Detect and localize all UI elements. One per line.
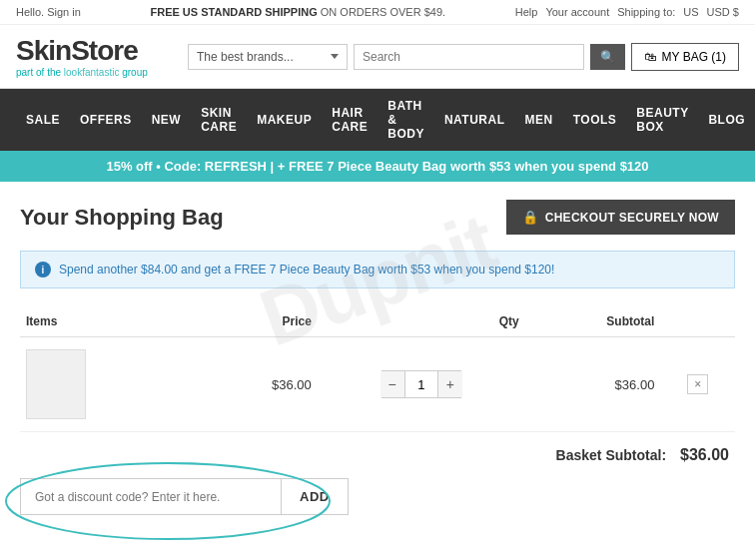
chevron-down-icon — [331, 54, 339, 59]
item-remove-cell: × — [660, 337, 735, 432]
qty-increase-button[interactable]: + — [437, 371, 462, 397]
checkout-top-label: CHECKOUT SECURELY NOW — [545, 211, 719, 225]
discount-input[interactable] — [21, 480, 281, 514]
help-link[interactable]: Help — [515, 6, 538, 18]
signin-link[interactable]: Sign in — [47, 6, 81, 18]
item-image-placeholder — [20, 337, 201, 432]
discount-section: ADD — [20, 478, 349, 515]
nav-tools[interactable]: TOOLS — [563, 103, 627, 137]
subtotal-row: Basket Subtotal: $36.00 — [20, 432, 735, 478]
brand-placeholder: The best brands... — [197, 50, 325, 64]
nav-bath-body[interactable]: BATH & BODY — [378, 89, 434, 151]
item-price: $36.00 — [201, 337, 318, 432]
search-button[interactable]: 🔍 — [590, 44, 625, 70]
top-bar: Hello. Sign in FREE US STANDARD SHIPPING… — [0, 0, 755, 25]
header-search-group: The best brands... 🔍 🛍 MY BAG (1) — [188, 43, 739, 71]
search-wrapper — [354, 44, 584, 70]
header: SkinStore part of the lookfantastic grou… — [0, 25, 755, 89]
info-banner: i Spend another $84.00 and get a FREE 7 … — [20, 251, 735, 288]
col-price: Price — [201, 306, 318, 337]
col-items: Items — [20, 306, 201, 337]
bag-button[interactable]: 🛍 MY BAG (1) — [631, 43, 739, 71]
nav-makeup[interactable]: MAKEUP — [247, 103, 322, 137]
account-link[interactable]: Your account — [545, 6, 609, 18]
shipping-banner: FREE US STANDARD SHIPPING ON ORDERS OVER… — [81, 6, 515, 18]
qty-decrease-button[interactable]: − — [380, 371, 405, 397]
qty-control: − + — [381, 370, 461, 398]
nav-blog[interactable]: BLOG — [698, 103, 755, 137]
nav-offers[interactable]: OFFERS — [70, 103, 142, 137]
nav-beauty-box[interactable]: BEAUTY BOX — [626, 96, 698, 144]
discount-section-wrapper: ADD — [20, 478, 349, 535]
nav-new[interactable]: NEW — [142, 103, 192, 137]
info-msg: Spend another $84.00 and get a FREE 7 Pi… — [59, 263, 554, 277]
country-label: US — [683, 6, 698, 18]
item-qty-cell: − + — [318, 337, 525, 432]
col-subtotal: Subtotal — [525, 306, 661, 337]
bag-icon: 🛍 — [644, 50, 656, 64]
promo-banner: 15% off • Code: REFRESH | + FREE 7 Piece… — [0, 151, 755, 182]
qty-input[interactable] — [405, 377, 437, 392]
topbar-left: Hello. Sign in — [16, 6, 81, 18]
col-qty: Qty — [318, 306, 525, 337]
shipping-to-label: Shipping to: — [617, 6, 675, 18]
cart-table: Items Price Qty Subtotal $36.00 − + — [20, 306, 735, 432]
currency-label: USD $ — [707, 6, 739, 18]
main-content: Your Shopping Bag 🔒 CHECKOUT SECURELY NO… — [0, 182, 755, 560]
discount-add-button[interactable]: ADD — [281, 479, 348, 514]
promo-text: 15% off • Code: REFRESH | + FREE 7 Piece… — [106, 159, 648, 174]
page-header-row: Your Shopping Bag 🔒 CHECKOUT SECURELY NO… — [20, 200, 735, 235]
topbar-right: Help Your account Shipping to: US USD $ — [515, 6, 739, 18]
logo-sub: part of the lookfantastic group — [16, 67, 176, 78]
bag-label: MY BAG (1) — [662, 50, 726, 64]
search-input[interactable] — [363, 50, 575, 64]
checkout-top-button[interactable]: 🔒 CHECKOUT SECURELY NOW — [506, 200, 735, 235]
nav-hair-care[interactable]: HAIR CARE — [322, 96, 378, 144]
table-row: $36.00 − + $36.00 × — [20, 337, 735, 432]
page-title: Your Shopping Bag — [20, 205, 224, 231]
item-subtotal: $36.00 — [525, 337, 661, 432]
nav-sale[interactable]: SALE — [16, 103, 70, 137]
nav-natural[interactable]: NATURAL — [434, 103, 515, 137]
hello-text: Hello. — [16, 6, 44, 18]
shipping-strong: FREE US STANDARD SHIPPING — [150, 6, 317, 18]
logo-area: SkinStore part of the lookfantastic grou… — [16, 35, 176, 78]
lock-icon: 🔒 — [522, 210, 538, 225]
subtotal-value: $36.00 — [680, 446, 729, 464]
brand-selector[interactable]: The best brands... — [188, 44, 348, 70]
logo-main[interactable]: SkinStore — [16, 35, 176, 67]
col-remove — [660, 306, 735, 337]
nav-bar: SALE OFFERS NEW SKIN CARE MAKEUP HAIR CA… — [0, 89, 755, 151]
remove-item-button[interactable]: × — [687, 374, 708, 394]
shipping-sub: ON ORDERS OVER $49. — [321, 6, 445, 18]
subtotal-label: Basket Subtotal: — [556, 447, 666, 463]
nav-men[interactable]: MEN — [515, 103, 563, 137]
nav-skin-care[interactable]: SKIN CARE — [191, 96, 247, 144]
info-icon: i — [35, 262, 51, 278]
